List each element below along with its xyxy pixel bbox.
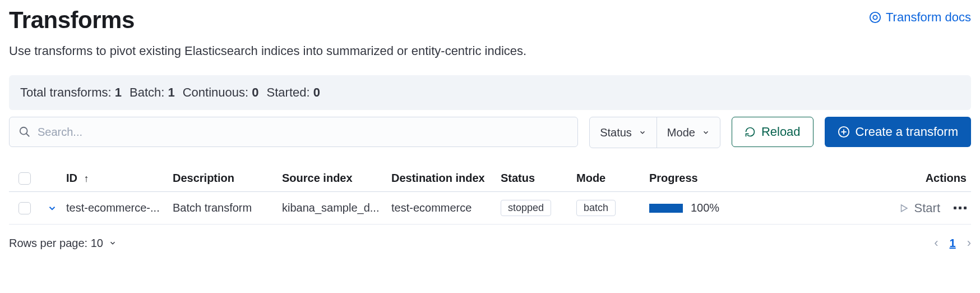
chevron-down-icon	[109, 239, 117, 247]
cell-destination-index: test-ecommerce	[391, 202, 501, 214]
stat-continuous-label: Continuous:	[183, 85, 248, 99]
col-header-description[interactable]: Description	[173, 172, 282, 185]
row-checkbox[interactable]	[19, 202, 31, 214]
col-header-progress[interactable]: Progress	[649, 172, 773, 185]
col-header-id[interactable]: ID ↑	[66, 172, 173, 185]
play-icon	[899, 203, 909, 213]
stat-started-label: Started:	[267, 85, 310, 99]
stat-batch-label: Batch:	[130, 85, 164, 99]
prev-page-button[interactable]: ‹	[934, 236, 938, 250]
stat-total-label: Total transforms:	[20, 85, 112, 99]
filter-group: Status Mode	[589, 117, 720, 148]
col-header-actions: Actions	[773, 172, 969, 185]
start-button[interactable]: Start	[899, 201, 940, 216]
col-header-source-index[interactable]: Source index	[282, 172, 391, 185]
mode-filter-label: Mode	[667, 126, 695, 139]
svg-point-2	[20, 127, 27, 135]
reload-button[interactable]: Reload	[732, 117, 813, 147]
transforms-table: ID ↑ Description Source index Destinatio…	[9, 165, 971, 225]
docs-link-label: Transform docs	[886, 10, 971, 25]
stats-bar: Total transforms: 1 Batch: 1 Continuous:…	[9, 75, 971, 110]
reload-label: Reload	[761, 125, 801, 139]
svg-point-1	[873, 15, 877, 19]
select-all-checkbox[interactable]	[19, 172, 31, 185]
plus-circle-icon	[838, 126, 850, 138]
col-header-mode[interactable]: Mode	[576, 172, 649, 185]
cell-description: Batch transform	[173, 202, 282, 214]
search-input[interactable]	[38, 126, 568, 139]
page-title: Transforms	[9, 7, 135, 34]
mode-filter-button[interactable]: Mode	[657, 117, 720, 148]
help-icon	[869, 11, 881, 24]
chevron-down-icon	[702, 129, 710, 136]
stat-total-value: 1	[115, 85, 122, 99]
next-page-button[interactable]: ›	[967, 236, 971, 250]
more-actions-button[interactable]	[954, 207, 967, 209]
header-id-label: ID	[66, 172, 77, 184]
start-label: Start	[914, 201, 940, 216]
rows-per-page-label: Rows per page: 10	[9, 237, 103, 250]
progress-value: 100%	[691, 202, 719, 214]
progress-bar	[649, 204, 683, 213]
sort-asc-icon: ↑	[84, 173, 89, 184]
progress-indicator: 100%	[649, 202, 773, 214]
stat-continuous-value: 0	[252, 85, 258, 99]
search-icon	[19, 126, 31, 138]
create-label: Create a transform	[856, 125, 958, 139]
cell-source-index: kibana_sample_d...	[282, 202, 391, 214]
stat-batch-value: 1	[168, 85, 174, 99]
page-subtitle: Use transforms to pivot existing Elastic…	[9, 44, 971, 58]
refresh-icon	[745, 126, 756, 138]
search-box[interactable]	[9, 117, 578, 147]
current-page[interactable]: 1	[950, 237, 956, 250]
create-transform-button[interactable]: Create a transform	[825, 117, 971, 147]
svg-marker-7	[901, 205, 907, 212]
svg-line-3	[26, 134, 30, 137]
table-row: test-ecommerce-... Batch transform kiban…	[9, 192, 971, 225]
status-filter-button[interactable]: Status	[590, 117, 657, 148]
status-filter-label: Status	[600, 126, 632, 139]
stat-started-value: 0	[313, 85, 320, 99]
pagination: ‹ 1 ›	[934, 236, 971, 250]
status-badge: stopped	[501, 200, 551, 216]
table-header-row: ID ↑ Description Source index Destinatio…	[9, 165, 971, 192]
transform-docs-link[interactable]: Transform docs	[869, 10, 971, 25]
chevron-down-icon	[639, 129, 646, 136]
col-header-status[interactable]: Status	[501, 172, 576, 185]
col-header-destination-index[interactable]: Destination index	[391, 172, 501, 185]
expand-row-icon[interactable]	[47, 203, 57, 213]
svg-point-0	[870, 12, 880, 22]
mode-badge: batch	[576, 200, 616, 216]
rows-per-page-selector[interactable]: Rows per page: 10	[9, 237, 117, 250]
cell-id[interactable]: test-ecommerce-...	[66, 202, 173, 214]
